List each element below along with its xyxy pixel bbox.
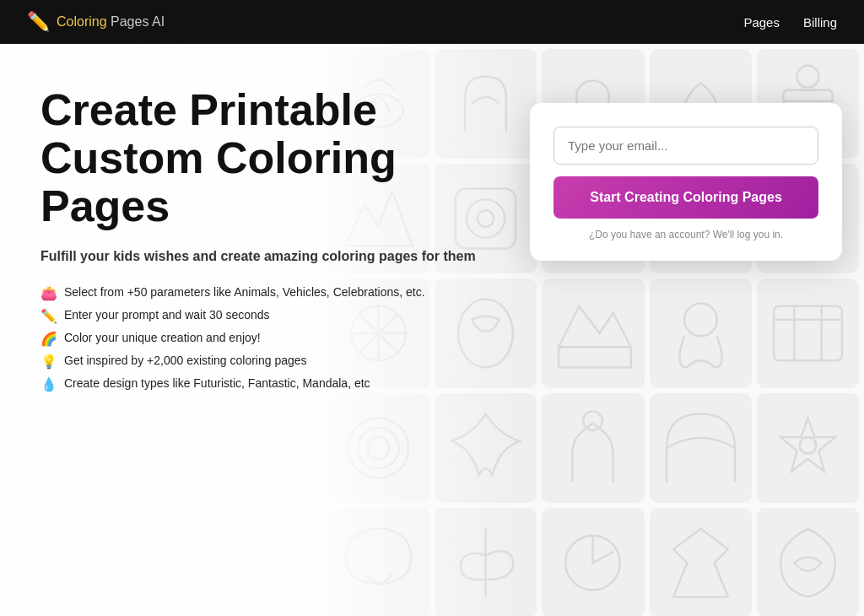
feature-text: Select from +50 parameters like Animals,…	[64, 285, 425, 299]
nav-pages-link[interactable]: Pages	[743, 15, 780, 30]
hero-left: Create Printable Custom Coloring Pages F…	[40, 86, 496, 392]
feature-icon: 💡	[40, 354, 57, 370]
feature-text: Color your unique creation and enjoy!	[64, 331, 261, 344]
cta-card: Start Creating Coloring Pages ¿Do you ha…	[530, 103, 842, 261]
feature-text: Get inspired by +2,000 existing coloring…	[64, 354, 307, 367]
hero-content: Create Printable Custom Coloring Pages F…	[0, 44, 864, 418]
feature-item: 👛Select from +50 parameters like Animals…	[40, 285, 496, 301]
svg-rect-25	[279, 446, 293, 459]
feature-icon: 👛	[40, 285, 57, 301]
feature-item: ✏️Enter your prompt and wait 30 seconds	[40, 308, 496, 324]
bg-cell	[220, 508, 322, 616]
start-creating-button[interactable]: Start Creating Coloring Pages	[554, 176, 818, 219]
svg-point-34	[566, 536, 621, 591]
feature-icon: 🌈	[40, 331, 57, 347]
svg-point-22	[155, 424, 171, 440]
feature-item: 🌈Color your unique creation and enjoy!	[40, 331, 496, 347]
svg-rect-23	[260, 455, 282, 475]
bg-cell	[542, 508, 644, 616]
feature-icon: ✏️	[40, 308, 57, 324]
svg-point-27	[358, 428, 399, 469]
bg-cell	[112, 508, 214, 616]
logo-text: Coloring Pages AI	[57, 14, 165, 30]
cta-hint-text: ¿Do you have an account? We'll log you i…	[554, 229, 818, 240]
svg-point-30	[800, 437, 816, 453]
email-input[interactable]	[554, 127, 818, 165]
hero-section: Create Printable Custom Coloring Pages F…	[0, 44, 864, 616]
svg-point-32	[150, 550, 177, 577]
bg-cell	[757, 508, 859, 616]
feature-icon: 💧	[40, 376, 57, 392]
navbar: ✏️ Coloring Pages AI Pages Billing	[0, 0, 864, 44]
feature-item: 💧Create design types like Futuristic, Fa…	[40, 376, 496, 392]
bg-cell	[327, 508, 429, 616]
svg-rect-31	[133, 543, 193, 586]
logo[interactable]: ✏️ Coloring Pages AI	[27, 11, 165, 33]
pencil-icon: ✏️	[27, 11, 50, 33]
bg-cell	[5, 508, 107, 616]
feature-item: 💡Get inspired by +2,000 existing colorin…	[40, 354, 496, 370]
hero-title: Create Printable Custom Coloring Pages	[40, 86, 496, 231]
nav-billing-link[interactable]: Billing	[803, 15, 837, 30]
svg-rect-24	[249, 446, 262, 459]
svg-point-28	[367, 437, 389, 459]
feature-text: Enter your prompt and wait 30 seconds	[64, 308, 270, 322]
hero-features-list: 👛Select from +50 parameters like Animals…	[40, 285, 496, 392]
nav-links: Pages Billing	[743, 15, 837, 30]
hero-subtitle: Fulfill your kids wishes and create amaz…	[40, 246, 496, 267]
feature-text: Create design types like Futuristic, Fan…	[64, 376, 370, 390]
svg-point-26	[348, 418, 408, 478]
bg-cell	[435, 508, 537, 616]
bg-cell	[650, 508, 752, 616]
